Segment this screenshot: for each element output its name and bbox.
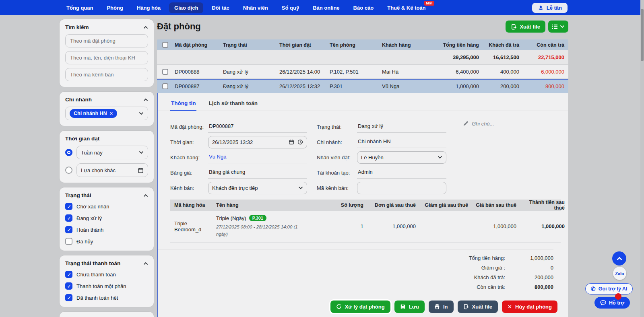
status-card-header[interactable]: Trạng thái xyxy=(65,192,148,198)
booking-total: 1,000,000 xyxy=(437,83,483,89)
branch-card-header[interactable]: Chi nhánh xyxy=(65,97,148,103)
scrollbar-thumb[interactable] xyxy=(641,9,644,61)
nav-bao-cao[interactable]: Báo cáo xyxy=(348,2,379,13)
search-card: Tìm kiếm xyxy=(60,19,154,87)
field-label: Mã kênh bán: xyxy=(317,185,357,191)
branch-select[interactable]: Chi nhánh HN ✕ xyxy=(65,107,148,120)
payment-option-label: Đã thanh toán hết xyxy=(76,295,118,301)
nav-doi-tac[interactable]: Đối tác xyxy=(206,2,234,13)
tab-lich-su-thanh-toan[interactable]: Lịch sử thanh toán xyxy=(208,99,258,111)
booking-customer: Vũ Nga xyxy=(380,83,437,89)
item-col-header: Số lượng xyxy=(323,202,367,208)
col-header: Mã đặt phòng xyxy=(173,42,221,48)
support-button[interactable]: Hỗ trợ xyxy=(594,297,630,309)
note-area[interactable]: Ghi chú... xyxy=(457,119,561,196)
nav-items: Tổng quan Phòng Hàng hóa Giao dịch Đối t… xyxy=(61,2,431,13)
select-all-checkbox[interactable] xyxy=(162,42,168,48)
status-card: Trạng thái Chờ xác nhận Đang xử lý Hoàn … xyxy=(60,187,154,251)
print-button[interactable]: In xyxy=(429,301,454,313)
tab-thong-tin[interactable]: Thông tin xyxy=(170,99,196,111)
booking-row[interactable]: DP000888 Đang xử lý 26/12/2025 14:00 P.1… xyxy=(157,65,568,79)
booking-code-value: DP000887 xyxy=(208,121,307,133)
time-custom-value: Lựa chọn khác xyxy=(81,167,116,173)
chevron-down-icon xyxy=(560,24,565,29)
payment-option[interactable]: Thanh toán một phần xyxy=(65,282,148,290)
calendar-icon[interactable] xyxy=(289,139,294,145)
cancel-booking-button[interactable]: ✕ Hủy đặt phòng xyxy=(502,301,557,313)
clock-icon[interactable] xyxy=(297,139,303,145)
staff-select[interactable]: Lê Huyền xyxy=(357,151,446,164)
top-navigation: Tổng quan Phòng Hàng hóa Giao dịch Đối t… xyxy=(0,0,644,15)
header-actions: Xuất file xyxy=(506,21,568,33)
channel-code-input[interactable] xyxy=(357,182,446,194)
total-row: Tổng tiền hàng: 1,000,000 xyxy=(158,255,553,261)
checkbox-checked-icon xyxy=(65,282,72,290)
time-value: 26/12/2025 13:32 xyxy=(212,139,253,145)
field-booking-code: Mã đặt phòng: DP000887 xyxy=(170,119,307,134)
field-staff: Nhân viên đặt: Lê Huyền xyxy=(317,150,446,165)
field-label: Tài khoản tạo: xyxy=(317,170,357,176)
checkbox-checked-icon xyxy=(65,271,72,278)
ai-assistant-call-button[interactable]: ✆ Gọi trợ lý AI xyxy=(585,283,633,294)
nav-so-quy[interactable]: Sổ quỹ xyxy=(277,2,304,13)
scroll-to-top-button[interactable] xyxy=(612,251,626,266)
sale-channel-select[interactable]: Khách đến trực tiếp xyxy=(208,182,307,194)
payment-status-header[interactable]: Trạng thái thanh toán xyxy=(65,260,148,266)
nav-giao-dich[interactable]: Giao dịch xyxy=(169,2,203,13)
total-value: 200,000 xyxy=(505,274,553,280)
total-label: Giảm giá : xyxy=(481,265,505,271)
zalo-button[interactable]: Zalo xyxy=(613,267,626,280)
row-checkbox[interactable] xyxy=(162,69,168,75)
summary-due: 22,715,000 xyxy=(523,54,568,60)
search-booking-code-input[interactable] xyxy=(65,34,148,47)
chevron-down-icon xyxy=(139,150,144,155)
nav-hang-hoa[interactable]: Hàng hóa xyxy=(132,2,166,13)
process-booking-button[interactable]: Xử lý đặt phòng xyxy=(330,301,390,313)
column-settings-button[interactable] xyxy=(548,21,568,33)
time-preset-select[interactable]: Tuần này xyxy=(76,146,148,159)
time-preset-radio[interactable] xyxy=(65,149,72,156)
booking-time-card: Thời gian đặt Tuần này Lựa chọn khác xyxy=(60,131,154,183)
export-file-button[interactable]: Xuất file xyxy=(506,21,545,33)
time-custom-radio[interactable] xyxy=(65,167,72,174)
time-input[interactable]: 26/12/2025 13:32 xyxy=(208,136,307,148)
save-icon xyxy=(400,304,406,309)
nav-thue-ke-toan[interactable]: Thuế & Kế toán Mới xyxy=(382,2,431,13)
cancel-booking-label: Hủy đặt phòng xyxy=(515,304,552,310)
status-option[interactable]: Đang xử lý xyxy=(65,214,148,222)
booking-time-title: Thời gian đặt xyxy=(65,136,99,142)
nav-phong[interactable]: Phòng xyxy=(101,2,128,13)
payment-option[interactable]: Đã thanh toán hết xyxy=(65,294,148,301)
payment-option[interactable]: Chưa thanh toán xyxy=(65,271,148,278)
save-button[interactable]: Lưu xyxy=(394,301,425,313)
search-card-header[interactable]: Tìm kiếm xyxy=(65,24,148,30)
checkbox-unchecked-icon xyxy=(65,238,72,245)
nav-tong-quan[interactable]: Tổng quan xyxy=(61,2,98,13)
remove-branch-icon[interactable]: ✕ xyxy=(109,111,113,116)
customer-link[interactable]: Vũ Nga xyxy=(208,151,307,163)
print-label: In xyxy=(443,304,448,310)
item-row[interactable]: Triple Bedroom_d Triple (Ngày) P.301 27/… xyxy=(170,211,561,243)
status-option[interactable]: Đã hủy xyxy=(65,238,148,245)
status-option-label: Hoàn thành xyxy=(76,227,103,233)
total-value-due: 800,000 xyxy=(505,284,553,290)
total-label: Khách đã trả: xyxy=(474,274,505,280)
status-option[interactable]: Chờ xác nhận xyxy=(65,203,148,210)
col-header: Thời gian đặt xyxy=(278,42,328,48)
time-custom-field[interactable]: Lựa chọn khác xyxy=(76,163,148,177)
field-label: Thời gian: xyxy=(170,139,208,145)
search-channel-code-input[interactable] xyxy=(65,68,148,81)
status-option[interactable]: Hoàn thành xyxy=(65,226,148,233)
branch-title: Chi nhánh xyxy=(65,97,92,103)
row-checkbox[interactable] xyxy=(162,83,168,89)
ai-assistant-call-label: Gọi trợ lý AI xyxy=(599,286,627,292)
booking-paid: 400,000 xyxy=(483,69,523,75)
export-detail-button[interactable]: Xuất file xyxy=(458,301,498,313)
nav-ban-online[interactable]: Bán online xyxy=(308,2,345,13)
reception-button[interactable]: Lễ tân xyxy=(532,3,568,13)
nav-nhan-vien[interactable]: Nhân viên xyxy=(238,2,273,13)
booking-row-selected[interactable]: DP000887 Đang xử lý 26/12/2025 13:32 P.3… xyxy=(157,79,568,93)
search-customer-input[interactable] xyxy=(65,51,148,64)
chevron-up-icon xyxy=(143,25,148,30)
total-row: Giảm giá : 0 xyxy=(158,265,553,271)
